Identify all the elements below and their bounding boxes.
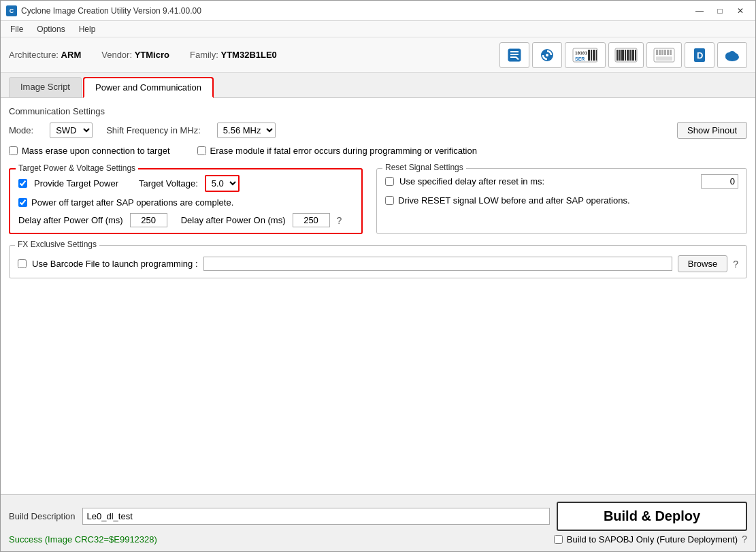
- sapobj-help-icon[interactable]: ?: [742, 534, 747, 545]
- shift-freq-label: Shift Frequency in MHz:: [106, 125, 201, 135]
- barcode-label: Use Barcode File to launch programming :: [32, 259, 198, 269]
- reset-signal-title: Reset Signal Settings: [382, 163, 466, 172]
- svg-rect-15: [617, 50, 619, 61]
- use-delay-input[interactable]: [701, 174, 738, 189]
- svg-rect-2: [510, 54, 519, 55]
- erase-module-checkbox[interactable]: [197, 146, 206, 155]
- toolbar-document-icon[interactable]: D: [685, 42, 714, 68]
- build-deploy-button[interactable]: Build & Deploy: [557, 502, 747, 531]
- success-text: Success (Image CRC32=$E9912328): [9, 534, 550, 545]
- use-delay-row: Use specified delay after reset in ms:: [385, 174, 738, 189]
- erase-module-label: Erase module if fatal error occurs durin…: [210, 146, 477, 156]
- menu-help[interactable]: Help: [72, 23, 103, 35]
- delay-on-label: Delay after Power On (ms): [181, 215, 286, 225]
- target-power-section: Target Power & Voltage Settings Provide …: [9, 168, 363, 234]
- svg-rect-10: [588, 50, 590, 61]
- svg-rect-1: [510, 51, 519, 52]
- svg-rect-16: [619, 50, 621, 61]
- toolbar-ser-icon[interactable]: 10101 SER: [565, 42, 606, 68]
- arch-section: Architecture: ARM: [9, 50, 81, 60]
- reset-signal-section: Reset Signal Settings Use specified dela…: [376, 168, 747, 234]
- menu-options[interactable]: Options: [30, 23, 71, 35]
- toolbar-cloud-icon[interactable]: [717, 42, 747, 68]
- power-off-label: Power off target after SAP operations ar…: [31, 197, 233, 208]
- toolbar-write-icon[interactable]: [499, 42, 529, 68]
- power-off-checkbox[interactable]: [18, 198, 27, 207]
- arch-info: Architecture: ARM Vendor: YTMicro Family…: [9, 50, 486, 60]
- barcode-input[interactable]: [203, 257, 672, 271]
- bottom-bar: Build Description Build & Deploy Success…: [1, 494, 755, 551]
- svg-rect-29: [670, 50, 672, 55]
- mass-erase-label: Mass erase upon connection to target: [22, 146, 170, 156]
- tab-image-script[interactable]: Image Script: [9, 77, 82, 97]
- vendor-label: Vendor:: [101, 50, 132, 60]
- title-bar-left: C Cyclone Image Creation Utility Version…: [6, 5, 201, 16]
- svg-rect-26: [661, 50, 663, 55]
- window-title: Cyclone Image Creation Utility Version 9…: [21, 6, 201, 16]
- toolbar-cyclone-icon[interactable]: [532, 42, 562, 68]
- minimize-button[interactable]: —: [690, 4, 709, 18]
- delay-off-input[interactable]: [130, 213, 167, 227]
- menu-bar: File Options Help: [1, 21, 755, 37]
- voltage-select[interactable]: 1.8 2.5 3.3 5.0: [205, 175, 240, 192]
- shift-freq-select[interactable]: 1.00 MHz 2.00 MHz 5.56 MHz 8.00 MHz: [217, 123, 276, 138]
- svg-point-6: [546, 54, 548, 56]
- close-button[interactable]: ✕: [731, 4, 750, 18]
- build-desc-input[interactable]: [82, 508, 550, 525]
- comm-settings-row: Mode: SWD JTAG SPI I2C Shift Frequency i…: [9, 122, 747, 139]
- app-icon: C: [6, 5, 17, 16]
- target-voltage-label: Target Voltage:: [139, 178, 198, 189]
- svg-rect-18: [625, 50, 626, 61]
- fx-row: Use Barcode File to launch programming :…: [18, 255, 738, 272]
- show-pinout-button[interactable]: Show Pinout: [677, 122, 747, 139]
- tab-power-comm[interactable]: Power and Communication: [83, 77, 214, 98]
- barcode-checkbox[interactable]: [18, 259, 27, 268]
- svg-text:D: D: [697, 50, 703, 61]
- drive-reset-row: Drive RESET signal LOW before and after …: [385, 195, 738, 206]
- title-bar: C Cyclone Image Creation Utility Version…: [1, 1, 755, 21]
- svg-rect-25: [659, 50, 661, 55]
- family-label: Family:: [190, 50, 218, 60]
- erase-module-row: Erase module if fatal error occurs durin…: [197, 146, 477, 156]
- family-section: Family: YTM32B1LE0: [190, 50, 277, 60]
- svg-rect-21: [631, 50, 634, 61]
- toolbar-icons: 10101 SER: [499, 42, 747, 68]
- title-bar-controls: — □ ✕: [690, 4, 750, 18]
- build-desc-label: Build Description: [9, 511, 76, 521]
- toolbar-barcode-icon[interactable]: [608, 42, 644, 68]
- drive-reset-label: Drive RESET signal LOW before and after …: [398, 195, 630, 206]
- provide-power-row: Provide Target Power Target Voltage: 1.8…: [18, 175, 353, 192]
- svg-rect-28: [667, 50, 669, 55]
- browse-button[interactable]: Browse: [678, 255, 727, 272]
- main-window: C Cyclone Image Creation Utility Version…: [0, 0, 756, 552]
- bottom-row1: Build Description Build & Deploy: [9, 502, 747, 531]
- drive-reset-checkbox[interactable]: [385, 196, 394, 205]
- content-area: Communication Settings Mode: SWD JTAG SP…: [1, 98, 755, 494]
- provide-power-checkbox[interactable]: [18, 179, 27, 188]
- sapobj-checkbox[interactable]: [554, 535, 563, 544]
- mass-erase-row: Mass erase upon connection to target: [9, 146, 170, 156]
- toolbar-sdcard-icon[interactable]: [646, 42, 682, 68]
- arch-value: ARM: [61, 50, 82, 60]
- sapobj-row: Build to SAPOBJ Only (Future Deployment)…: [554, 534, 747, 545]
- fx-help-icon[interactable]: ?: [733, 259, 738, 270]
- target-power-title: Target Power & Voltage Settings: [16, 163, 138, 173]
- delay-help-icon[interactable]: ?: [337, 215, 342, 226]
- svg-text:10101: 10101: [575, 50, 587, 55]
- mode-label: Mode:: [9, 125, 33, 135]
- maximize-button[interactable]: □: [710, 4, 729, 18]
- delay-off-label: Delay after Power Off (ms): [18, 215, 123, 225]
- mode-select[interactable]: SWD JTAG SPI I2C: [50, 123, 93, 138]
- svg-rect-17: [621, 50, 624, 61]
- svg-rect-22: [635, 50, 636, 61]
- delay-on-input[interactable]: [293, 213, 330, 227]
- use-delay-checkbox[interactable]: [385, 177, 394, 186]
- arch-label: Architecture:: [9, 50, 59, 60]
- bottom-row2: Success (Image CRC32=$E9912328) Build to…: [9, 534, 747, 545]
- menu-file[interactable]: File: [3, 23, 30, 35]
- svg-rect-12: [593, 50, 595, 61]
- svg-rect-11: [591, 50, 592, 61]
- svg-rect-13: [596, 50, 597, 61]
- mass-erase-checkbox[interactable]: [9, 146, 18, 155]
- svg-text:SER: SER: [575, 56, 585, 61]
